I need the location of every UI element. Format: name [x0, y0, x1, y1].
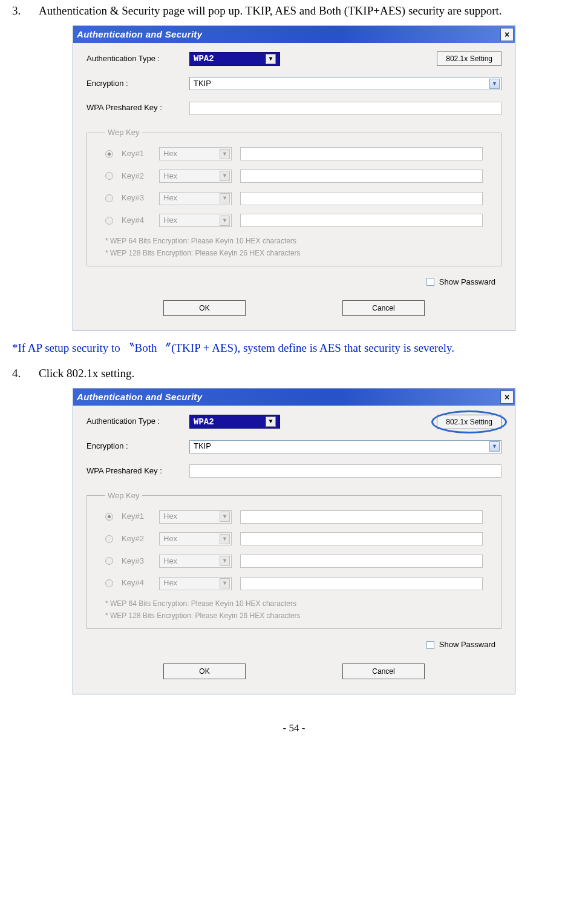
- wep-key1-radio: [105, 513, 113, 521]
- chevron-down-icon: ▼: [266, 417, 276, 427]
- wep-key4-label: Key#4: [122, 213, 151, 228]
- close-icon[interactable]: ×: [500, 28, 514, 41]
- wep-key3-label: Key#3: [122, 191, 151, 206]
- chevron-down-icon: ▼: [220, 534, 230, 544]
- show-password-checkbox[interactable]: [426, 278, 434, 286]
- auth-security-dialog-2: Authentication and Security × Authentica…: [73, 388, 515, 694]
- wep-key2-label: Key#2: [122, 169, 151, 184]
- wep-key2-radio: [105, 535, 113, 543]
- page-number: - 54 -: [12, 719, 576, 738]
- titlebar: Authentication and Security ×: [73, 389, 515, 406]
- step-4-number: 4.: [12, 363, 24, 384]
- wep-key4-label: Key#4: [122, 576, 151, 591]
- wep-key1-input: [240, 147, 483, 160]
- wep-key4-input: [240, 214, 483, 227]
- wep-key1-label: Key#1: [122, 147, 151, 162]
- chevron-down-icon: ▼: [220, 193, 230, 203]
- show-password-label: Show Passward: [439, 275, 495, 290]
- wep-key2-format: Hex▼: [159, 532, 232, 545]
- dialog-title: Authentication and Security: [77, 389, 202, 406]
- wep-key4-radio: [105, 579, 113, 587]
- 8021x-setting-button[interactable]: 802.1x Setting: [437, 415, 501, 429]
- wep-key2-input: [240, 170, 483, 183]
- wep-key3-input: [240, 192, 483, 205]
- wep-key3-radio: [105, 557, 113, 565]
- wep-key1-label: Key#1: [122, 509, 151, 524]
- chevron-down-icon: ▼: [489, 441, 500, 452]
- psk-input[interactable]: [189, 464, 501, 478]
- encryption-select[interactable]: TKIP ▼: [189, 440, 501, 453]
- chevron-down-icon: ▼: [220, 512, 230, 522]
- wep-key2-label: Key#2: [122, 532, 151, 547]
- chevron-down-icon: ▼: [489, 79, 500, 89]
- step-4-text: Click 802.1x setting.: [39, 363, 576, 384]
- step-3-number: 3.: [12, 0, 24, 22]
- wep-key4-format: Hex▼: [159, 214, 232, 227]
- chevron-down-icon: ▼: [220, 556, 230, 566]
- chevron-down-icon: ▼: [220, 149, 230, 159]
- chevron-down-icon: ▼: [220, 578, 230, 588]
- psk-label: WPA Preshared Key :: [87, 464, 189, 479]
- wep-key2-input: [240, 532, 483, 545]
- psk-label: WPA Preshared Key :: [87, 100, 189, 116]
- encryption-label: Encryption :: [87, 439, 189, 454]
- auth-security-dialog-1: Authentication and Security × Authentica…: [73, 25, 515, 331]
- authtype-label: Authentication Type :: [87, 51, 189, 67]
- encryption-value: TKIP: [194, 439, 211, 454]
- wep-hint-128: * WEP 128 Bits Encryption: Please Keyin …: [105, 248, 483, 259]
- wep-hint-128: * WEP 128 Bits Encryption: Please Keyin …: [105, 610, 483, 621]
- authtype-select[interactable]: WPA2 ▼: [189, 415, 280, 429]
- wep-key4-input: [240, 577, 483, 590]
- authtype-select[interactable]: WPA2 ▼: [189, 52, 280, 66]
- show-password-checkbox[interactable]: [426, 641, 434, 649]
- wep-key1-format: Hex▼: [159, 147, 232, 160]
- step-4: 4. Click 802.1x setting.: [12, 363, 576, 384]
- wep-key4-radio: [105, 217, 113, 225]
- encryption-label: Encryption :: [87, 76, 189, 91]
- wep-hint-64: * WEP 64 Bits Encryption: Please Keyin 1…: [105, 235, 483, 246]
- wep-legend: Wep Key: [105, 489, 142, 504]
- wep-legend: Wep Key: [105, 125, 142, 140]
- wep-key1-input: [240, 510, 483, 524]
- authtype-label: Authentication Type :: [87, 414, 189, 429]
- cancel-button[interactable]: Cancel: [342, 300, 425, 316]
- ok-button[interactable]: OK: [163, 664, 246, 679]
- wep-key3-label: Key#3: [122, 554, 151, 569]
- wep-key3-radio: [105, 194, 113, 202]
- titlebar: Authentication and Security ×: [73, 26, 515, 43]
- show-password-label: Show Passward: [439, 637, 495, 653]
- chevron-down-icon: ▼: [220, 216, 230, 226]
- wep-key3-format: Hex▼: [159, 192, 232, 205]
- wep-key3-input: [240, 555, 483, 568]
- wep-hint-64: * WEP 64 Bits Encryption: Please Keyin 1…: [105, 598, 483, 609]
- wep-key1-format: Hex▼: [159, 510, 232, 524]
- chevron-down-icon: ▼: [220, 171, 230, 181]
- note-text: *If AP setup security to 〝Both 〞(TKIP + …: [12, 337, 576, 359]
- wep-key3-format: Hex▼: [159, 555, 232, 568]
- wep-key-group: Wep Key Key#1 Hex▼ Key#2 Hex▼: [87, 125, 501, 266]
- chevron-down-icon: ▼: [266, 54, 276, 64]
- wep-key1-radio: [105, 150, 113, 158]
- wep-key4-format: Hex▼: [159, 577, 232, 590]
- wep-key2-format: Hex▼: [159, 170, 232, 183]
- psk-input[interactable]: [189, 102, 501, 115]
- close-icon[interactable]: ×: [500, 390, 514, 404]
- step-3-text: Authentication & Security page will pop …: [39, 0, 576, 22]
- ok-button[interactable]: OK: [163, 300, 246, 316]
- authtype-value: WPA2: [194, 51, 214, 67]
- wep-key-group: Wep Key Key#1 Hex▼ Key#2 Hex▼: [87, 489, 501, 629]
- dialog-title: Authentication and Security: [77, 26, 202, 44]
- step-3: 3. Authentication & Security page will p…: [12, 0, 576, 22]
- 8021x-setting-button[interactable]: 802.1x Setting: [437, 51, 501, 66]
- authtype-value: WPA2: [194, 414, 214, 430]
- wep-key2-radio: [105, 172, 113, 180]
- encryption-select[interactable]: TKIP ▼: [189, 77, 501, 90]
- cancel-button[interactable]: Cancel: [342, 664, 425, 679]
- encryption-value: TKIP: [194, 76, 211, 91]
